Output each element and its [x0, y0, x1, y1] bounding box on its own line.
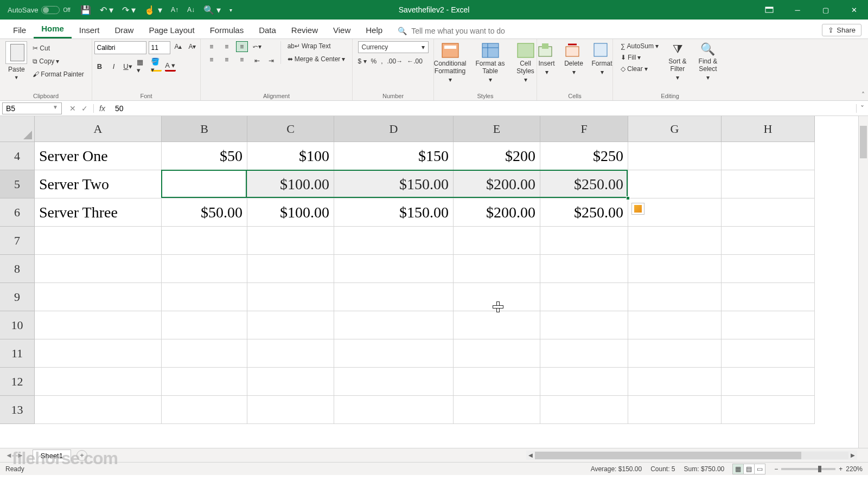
autosave-toggle[interactable]: AutoSave Off: [8, 6, 71, 14]
fill-color-button[interactable]: 🪣 ▾: [151, 61, 162, 72]
save-icon[interactable]: 💾: [80, 5, 91, 15]
cell-D10[interactable]: [334, 311, 454, 339]
cell-H8[interactable]: [722, 255, 815, 283]
cell-H4[interactable]: [722, 142, 815, 170]
normal-view-icon[interactable]: ▦: [732, 464, 744, 474]
align-bottom-icon[interactable]: ≡: [236, 41, 248, 52]
cell-G8[interactable]: [628, 255, 722, 283]
cell-E6[interactable]: $200.00: [454, 198, 540, 227]
cell-A5[interactable]: Server Two: [35, 170, 162, 198]
redo-icon[interactable]: ↷ ▾: [122, 5, 136, 15]
find-select-button[interactable]: 🔍Find & Select▾: [694, 41, 722, 81]
format-cells-button[interactable]: Format▾: [589, 41, 615, 76]
cell-D7[interactable]: [334, 227, 454, 255]
increase-indent-icon[interactable]: ⇥: [265, 55, 277, 66]
row-header-9[interactable]: 9: [0, 283, 35, 311]
cell-E7[interactable]: [454, 227, 540, 255]
cell-B12[interactable]: [162, 368, 247, 396]
cell-D11[interactable]: [334, 339, 454, 368]
align-middle-icon[interactable]: ≡: [221, 41, 233, 52]
cell-C12[interactable]: [247, 368, 334, 396]
cell-C9[interactable]: [247, 283, 334, 311]
cell-F8[interactable]: [540, 255, 628, 283]
row-header-7[interactable]: 7: [0, 227, 35, 255]
row-header-4[interactable]: 4: [0, 142, 35, 170]
font-color-button[interactable]: A ▾: [165, 61, 176, 72]
row-header-11[interactable]: 11: [0, 339, 35, 368]
toggle-off-icon[interactable]: [41, 6, 60, 14]
wrap-text-button[interactable]: ab↵Wrap Text: [285, 41, 348, 51]
row-header-12[interactable]: 12: [0, 368, 35, 396]
cell-C7[interactable]: [247, 227, 334, 255]
cell-D12[interactable]: [334, 368, 454, 396]
page-layout-view-icon[interactable]: ▤: [743, 464, 755, 474]
format-painter-button[interactable]: 🖌Format Painter: [30, 69, 86, 79]
align-right-icon[interactable]: ≡: [236, 54, 248, 65]
cell-G12[interactable]: [628, 368, 722, 396]
cell-C5[interactable]: $100.00: [247, 170, 334, 198]
cell-A7[interactable]: [35, 227, 162, 255]
cell-G5[interactable]: [628, 170, 722, 198]
font-name-input[interactable]: [94, 41, 146, 54]
share-button[interactable]: ⇪ Share: [822, 24, 861, 36]
cell-A10[interactable]: [35, 311, 162, 339]
cell-E10[interactable]: [454, 311, 540, 339]
tab-file[interactable]: File: [5, 21, 34, 38]
cell-C6[interactable]: $100.00: [247, 198, 334, 227]
undo-icon[interactable]: ↶ ▾: [100, 5, 113, 15]
row-header-8[interactable]: 8: [0, 255, 35, 283]
cell-E4[interactable]: $200: [454, 142, 540, 170]
cell-B9[interactable]: [162, 283, 247, 311]
bold-button[interactable]: B: [94, 61, 105, 72]
currency-icon[interactable]: $ ▾: [358, 57, 367, 65]
cell-G9[interactable]: [628, 283, 722, 311]
borders-button[interactable]: ▦ ▾: [137, 61, 148, 72]
cell-D9[interactable]: [334, 283, 454, 311]
cell-C4[interactable]: $100: [247, 142, 334, 170]
cell-F10[interactable]: [540, 311, 628, 339]
cell-H11[interactable]: [722, 339, 815, 368]
tab-review[interactable]: Review: [284, 21, 326, 38]
column-header-E[interactable]: E: [454, 116, 540, 142]
align-top-icon[interactable]: ≡: [206, 41, 218, 52]
cell-A13[interactable]: [35, 396, 162, 424]
tab-page-layout[interactable]: Page Layout: [141, 21, 202, 38]
zoom-slider[interactable]: [781, 468, 835, 470]
vertical-scrollbar[interactable]: [858, 116, 868, 448]
cell-A9[interactable]: [35, 283, 162, 311]
shrink-font-icon[interactable]: A▾: [187, 41, 199, 52]
cell-B8[interactable]: [162, 255, 247, 283]
scroll-thumb[interactable]: [860, 126, 867, 158]
cell-B6[interactable]: $50.00: [162, 198, 247, 227]
cell-B7[interactable]: [162, 227, 247, 255]
tab-formulas[interactable]: Formulas: [202, 21, 252, 38]
cell-F4[interactable]: $250: [540, 142, 628, 170]
paste-options-button[interactable]: [631, 203, 644, 215]
cell-G10[interactable]: [628, 311, 722, 339]
insert-cells-button[interactable]: Insert▾: [535, 41, 559, 76]
tab-help[interactable]: Help: [358, 21, 390, 38]
scroll-thumb[interactable]: [535, 452, 801, 459]
paste-button[interactable]: Paste ▼: [5, 41, 27, 80]
touch-mode-icon[interactable]: ☝ ▾: [144, 5, 162, 15]
cell-H6[interactable]: [722, 198, 815, 227]
cell-E5[interactable]: $200.00: [454, 170, 540, 198]
cell-E11[interactable]: [454, 339, 540, 368]
row-header-5[interactable]: 5: [0, 170, 35, 198]
cell-B4[interactable]: $50: [162, 142, 247, 170]
cell-F12[interactable]: [540, 368, 628, 396]
cell-A12[interactable]: [35, 368, 162, 396]
cell-A4[interactable]: Server One: [35, 142, 162, 170]
cell-H5[interactable]: [722, 170, 815, 198]
collapse-ribbon-icon[interactable]: ˄: [861, 91, 865, 99]
tell-me-search[interactable]: 🔍 Tell me what you want to do: [398, 27, 505, 38]
sort-filter-button[interactable]: ⧩Sort & Filter▾: [664, 41, 691, 81]
ribbon-options-icon[interactable]: [755, 0, 783, 20]
conditional-formatting-button[interactable]: Conditional Formatting ▾: [432, 41, 469, 84]
font-size-input[interactable]: [149, 41, 170, 54]
zoom-out-icon[interactable]: −: [774, 465, 778, 473]
cell-F7[interactable]: [540, 227, 628, 255]
clear-button[interactable]: ◇Clear ▾: [618, 64, 661, 74]
scroll-right-icon[interactable]: ►: [848, 451, 857, 459]
comma-icon[interactable]: ,: [381, 57, 382, 65]
